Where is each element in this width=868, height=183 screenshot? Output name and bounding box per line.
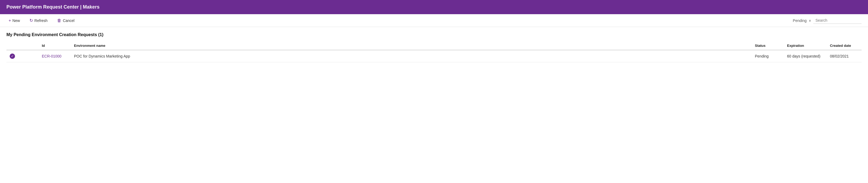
requests-table: Id Environment name Status Expiration Cr… [6,41,862,62]
col-header-env-name: Environment name [71,41,752,50]
cancel-label: Cancel [63,19,74,23]
row-env-name-cell: POC for Dynamics Marketing App [71,50,752,62]
refresh-button[interactable]: ↻ Refresh [27,17,50,24]
selected-check-icon: ✓ [10,53,15,59]
refresh-icon: ↻ [30,18,33,23]
row-expiration-cell: 60 days (requested) [784,50,827,62]
section-title: My Pending Environment Creation Requests… [6,32,862,37]
app-title: Power Platform Request Center | Makers [6,4,99,10]
col-header-created-date: Created date [827,41,862,50]
row-id-cell: ECR-01000 [39,50,71,62]
row-status-cell: Pending [752,50,784,62]
main-content: My Pending Environment Creation Requests… [0,27,868,68]
new-label: New [12,19,20,23]
app-header: Power Platform Request Center | Makers [0,0,868,14]
chevron-down-icon[interactable]: ∨ [809,19,811,23]
row-created-date-cell: 08/02/2021 [827,50,862,62]
check-mark: ✓ [11,54,14,58]
table-row[interactable]: ✓ ECR-01000 POC for Dynamics Marketing A… [6,50,862,62]
filter-section: Pending ∨ [793,17,862,24]
row-selector-cell: ✓ [6,50,39,62]
filter-value: Pending [793,19,807,23]
toolbar: + New ↻ Refresh 🗑 Cancel Pending ∨ [0,14,868,27]
new-icon: + [8,18,11,23]
col-header-id: Id [39,41,71,50]
refresh-label: Refresh [34,19,48,23]
col-header-selector [6,41,39,50]
cancel-button[interactable]: 🗑 Cancel [55,17,77,24]
new-button[interactable]: + New [6,17,22,24]
search-input[interactable] [813,17,862,24]
cancel-icon: 🗑 [57,18,61,23]
col-header-status: Status [752,41,784,50]
ecr-link[interactable]: ECR-01000 [42,54,61,58]
col-header-expiration: Expiration [784,41,827,50]
table-header-row: Id Environment name Status Expiration Cr… [6,41,862,50]
